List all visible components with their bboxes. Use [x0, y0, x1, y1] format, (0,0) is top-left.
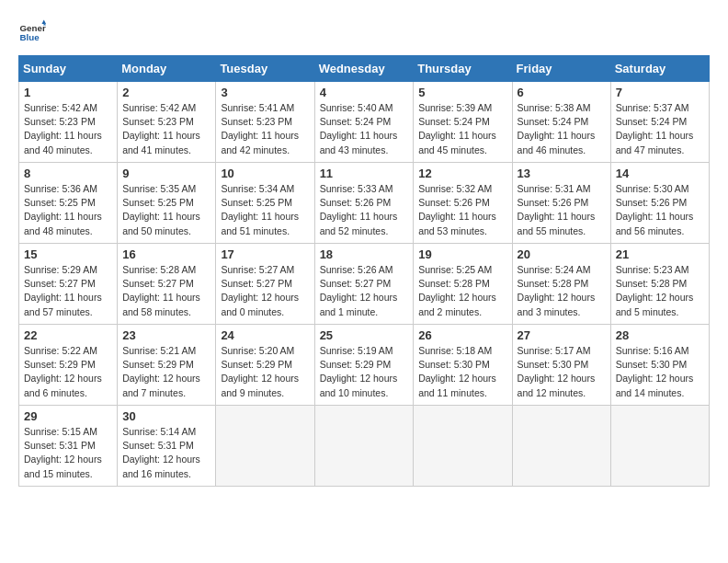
day-number: 27	[518, 328, 606, 342]
day-info: Sunrise: 5:17 AMSunset: 5:30 PMDaylight:…	[518, 344, 606, 400]
day-cell	[414, 406, 512, 487]
day-info: Sunrise: 5:26 AMSunset: 5:27 PMDaylight:…	[320, 263, 409, 319]
day-info: Sunrise: 5:19 AMSunset: 5:29 PMDaylight:…	[320, 344, 409, 400]
day-info: Sunrise: 5:25 AMSunset: 5:28 PMDaylight:…	[418, 263, 506, 319]
day-cell: 2Sunrise: 5:42 AMSunset: 5:23 PMDaylight…	[118, 82, 216, 163]
day-info: Sunrise: 5:36 AMSunset: 5:25 PMDaylight:…	[24, 182, 112, 238]
calendar-table: SundayMondayTuesdayWednesdayThursdayFrid…	[18, 55, 710, 487]
header-tuesday: Tuesday	[216, 56, 314, 82]
calendar-header-row: SundayMondayTuesdayWednesdayThursdayFrid…	[19, 56, 710, 82]
day-cell: 30Sunrise: 5:14 AMSunset: 5:31 PMDayligh…	[118, 406, 216, 487]
day-info: Sunrise: 5:40 AMSunset: 5:24 PMDaylight:…	[320, 101, 409, 157]
week-row-3: 15Sunrise: 5:29 AMSunset: 5:27 PMDayligh…	[19, 244, 710, 325]
day-cell: 11Sunrise: 5:33 AMSunset: 5:26 PMDayligh…	[314, 163, 414, 244]
logo: General Blue	[18, 18, 50, 46]
day-cell	[610, 406, 709, 487]
day-number: 22	[24, 328, 112, 342]
day-info: Sunrise: 5:30 AMSunset: 5:26 PMDaylight:…	[616, 182, 704, 238]
day-number: 19	[418, 247, 506, 261]
day-number: 28	[616, 328, 704, 342]
day-number: 9	[122, 167, 210, 180]
day-info: Sunrise: 5:27 AMSunset: 5:27 PMDaylight:…	[221, 263, 309, 319]
day-cell: 7Sunrise: 5:37 AMSunset: 5:24 PMDaylight…	[610, 82, 709, 163]
day-cell: 13Sunrise: 5:31 AMSunset: 5:26 PMDayligh…	[512, 163, 610, 244]
day-number: 15	[24, 247, 112, 261]
svg-marker-2	[42, 20, 47, 25]
day-cell: 24Sunrise: 5:20 AMSunset: 5:29 PMDayligh…	[216, 325, 314, 406]
day-cell: 3Sunrise: 5:41 AMSunset: 5:23 PMDaylight…	[216, 82, 314, 163]
week-row-2: 8Sunrise: 5:36 AMSunset: 5:25 PMDaylight…	[19, 163, 710, 244]
day-cell: 9Sunrise: 5:35 AMSunset: 5:25 PMDaylight…	[118, 163, 216, 244]
day-info: Sunrise: 5:41 AMSunset: 5:23 PMDaylight:…	[221, 101, 309, 157]
day-number: 3	[221, 86, 309, 99]
day-info: Sunrise: 5:34 AMSunset: 5:25 PMDaylight:…	[221, 182, 309, 238]
week-row-4: 22Sunrise: 5:22 AMSunset: 5:29 PMDayligh…	[19, 325, 710, 406]
day-number: 13	[518, 167, 606, 180]
day-info: Sunrise: 5:22 AMSunset: 5:29 PMDaylight:…	[24, 344, 112, 400]
day-cell: 5Sunrise: 5:39 AMSunset: 5:24 PMDaylight…	[414, 82, 512, 163]
day-cell: 23Sunrise: 5:21 AMSunset: 5:29 PMDayligh…	[118, 325, 216, 406]
header-saturday: Saturday	[610, 56, 709, 82]
header-friday: Friday	[512, 56, 610, 82]
svg-text:General: General	[20, 23, 47, 33]
day-info: Sunrise: 5:42 AMSunset: 5:23 PMDaylight:…	[122, 101, 210, 157]
day-number: 4	[320, 86, 409, 99]
day-info: Sunrise: 5:33 AMSunset: 5:26 PMDaylight:…	[320, 182, 409, 238]
day-number: 26	[418, 328, 506, 342]
day-number: 16	[122, 247, 210, 261]
day-number: 14	[616, 167, 704, 180]
day-number: 30	[122, 409, 210, 423]
day-cell: 22Sunrise: 5:22 AMSunset: 5:29 PMDayligh…	[19, 325, 118, 406]
day-number: 8	[24, 167, 112, 180]
day-cell: 16Sunrise: 5:28 AMSunset: 5:27 PMDayligh…	[118, 244, 216, 325]
day-number: 29	[24, 409, 112, 423]
day-cell: 14Sunrise: 5:30 AMSunset: 5:26 PMDayligh…	[610, 163, 709, 244]
day-info: Sunrise: 5:14 AMSunset: 5:31 PMDaylight:…	[122, 425, 210, 481]
day-number: 5	[418, 86, 506, 99]
day-cell	[314, 406, 414, 487]
header-thursday: Thursday	[414, 56, 512, 82]
day-cell	[216, 406, 314, 487]
day-cell: 28Sunrise: 5:16 AMSunset: 5:30 PMDayligh…	[610, 325, 709, 406]
day-number: 11	[320, 167, 409, 180]
day-info: Sunrise: 5:37 AMSunset: 5:24 PMDaylight:…	[616, 101, 704, 157]
day-info: Sunrise: 5:24 AMSunset: 5:28 PMDaylight:…	[518, 263, 606, 319]
day-info: Sunrise: 5:32 AMSunset: 5:26 PMDaylight:…	[418, 182, 506, 238]
svg-text:Blue: Blue	[20, 32, 40, 42]
day-info: Sunrise: 5:18 AMSunset: 5:30 PMDaylight:…	[418, 344, 506, 400]
day-info: Sunrise: 5:16 AMSunset: 5:30 PMDaylight:…	[616, 344, 704, 400]
day-cell	[512, 406, 610, 487]
day-info: Sunrise: 5:38 AMSunset: 5:24 PMDaylight:…	[518, 101, 606, 157]
day-cell: 1Sunrise: 5:42 AMSunset: 5:23 PMDaylight…	[19, 82, 118, 163]
week-row-1: 1Sunrise: 5:42 AMSunset: 5:23 PMDaylight…	[19, 82, 710, 163]
day-cell: 25Sunrise: 5:19 AMSunset: 5:29 PMDayligh…	[314, 325, 414, 406]
day-number: 23	[122, 328, 210, 342]
day-number: 18	[320, 247, 409, 261]
day-cell: 19Sunrise: 5:25 AMSunset: 5:28 PMDayligh…	[414, 244, 512, 325]
day-number: 7	[616, 86, 704, 99]
day-info: Sunrise: 5:21 AMSunset: 5:29 PMDaylight:…	[122, 344, 210, 400]
day-number: 21	[616, 247, 704, 261]
day-info: Sunrise: 5:20 AMSunset: 5:29 PMDaylight:…	[221, 344, 309, 400]
day-cell: 21Sunrise: 5:23 AMSunset: 5:28 PMDayligh…	[610, 244, 709, 325]
day-cell: 8Sunrise: 5:36 AMSunset: 5:25 PMDaylight…	[19, 163, 118, 244]
day-cell: 10Sunrise: 5:34 AMSunset: 5:25 PMDayligh…	[216, 163, 314, 244]
day-number: 24	[221, 328, 309, 342]
day-info: Sunrise: 5:23 AMSunset: 5:28 PMDaylight:…	[616, 263, 704, 319]
day-info: Sunrise: 5:28 AMSunset: 5:27 PMDaylight:…	[122, 263, 210, 319]
logo-icon: General Blue	[18, 18, 46, 46]
day-cell: 29Sunrise: 5:15 AMSunset: 5:31 PMDayligh…	[19, 406, 118, 487]
header-wednesday: Wednesday	[314, 56, 414, 82]
day-cell: 4Sunrise: 5:40 AMSunset: 5:24 PMDaylight…	[314, 82, 414, 163]
day-number: 17	[221, 247, 309, 261]
day-info: Sunrise: 5:35 AMSunset: 5:25 PMDaylight:…	[122, 182, 210, 238]
day-number: 1	[24, 86, 112, 99]
day-cell: 20Sunrise: 5:24 AMSunset: 5:28 PMDayligh…	[512, 244, 610, 325]
day-number: 12	[418, 167, 506, 180]
day-cell: 17Sunrise: 5:27 AMSunset: 5:27 PMDayligh…	[216, 244, 314, 325]
day-number: 25	[320, 328, 409, 342]
day-info: Sunrise: 5:29 AMSunset: 5:27 PMDaylight:…	[24, 263, 112, 319]
day-info: Sunrise: 5:39 AMSunset: 5:24 PMDaylight:…	[418, 101, 506, 157]
day-number: 10	[221, 167, 309, 180]
day-cell: 27Sunrise: 5:17 AMSunset: 5:30 PMDayligh…	[512, 325, 610, 406]
